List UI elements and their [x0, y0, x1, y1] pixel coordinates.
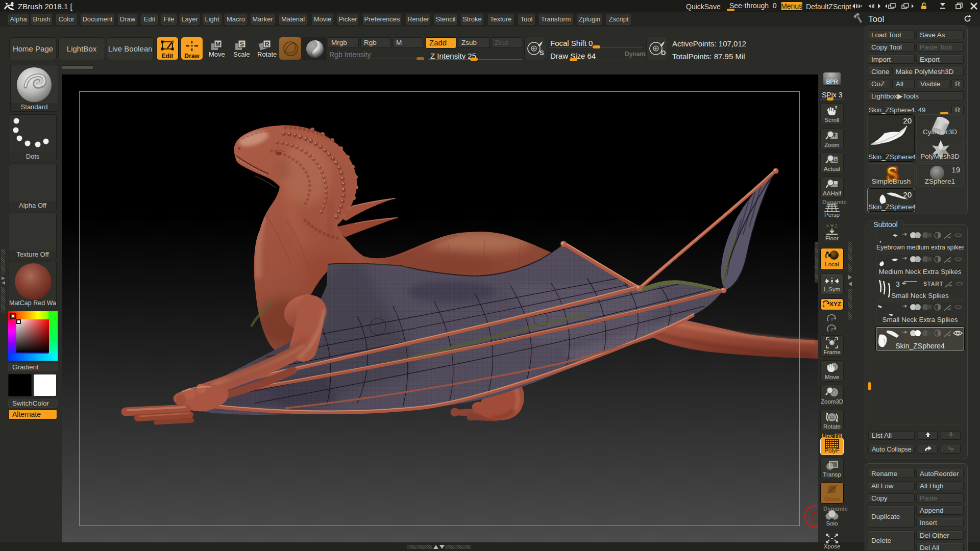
svg-text:M: M [215, 41, 220, 48]
svg-text:↘: ↘ [827, 338, 830, 341]
svg-text:x1: x1 [832, 158, 837, 163]
svg-text:S: S [540, 49, 544, 57]
svg-text:Z: Z [830, 327, 834, 332]
svg-text:↙: ↙ [834, 338, 837, 341]
svg-text:Y: Y [830, 317, 834, 322]
svg-text:START: START [923, 281, 943, 287]
svg-text:R: R [265, 41, 270, 48]
svg-text:S: S [240, 41, 244, 48]
svg-text:D: D [661, 49, 666, 57]
